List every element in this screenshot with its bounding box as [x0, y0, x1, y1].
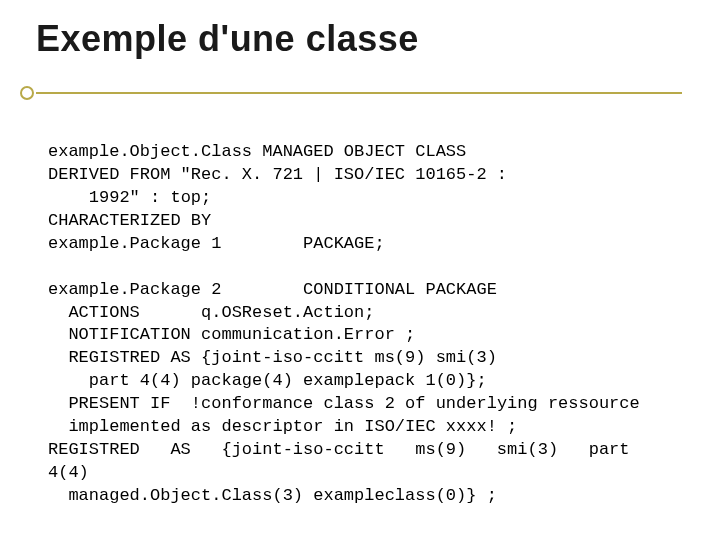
bullet-icon: [20, 86, 34, 100]
code-line: NOTIFICATION communication.Error ;: [48, 325, 415, 344]
code-line: managed.Object.Class(3) exampleclass(0)}…: [48, 486, 497, 505]
code-line: DERIVED FROM "Rec. X. 721 | ISO/IEC 1016…: [48, 165, 507, 207]
slide-title: Exemple d'une classe: [36, 18, 419, 60]
horizontal-rule: [36, 92, 682, 94]
code-line: REGISTRED AS {joint-iso-ccitt ms(9) smi(…: [48, 440, 640, 482]
code-line: example.Package 2 CONDITIONAL PACKAGE: [48, 280, 497, 299]
code-line: PRESENT IF !conformance class 2 of under…: [48, 394, 640, 436]
code-line: REGISTRED AS {joint-iso-ccitt ms(9) smi(…: [48, 348, 497, 390]
code-block: example.Object.Class MANAGED OBJECT CLAS…: [48, 118, 680, 540]
code-line: CHARACTERIZED BY: [48, 211, 211, 230]
code-line: example.Package 1 PACKAGE;: [48, 234, 385, 253]
code-line: example.Object.Class MANAGED OBJECT CLAS…: [48, 142, 466, 161]
code-line: ACTIONS q.OSReset.Action;: [48, 303, 374, 322]
divider: [20, 86, 682, 100]
